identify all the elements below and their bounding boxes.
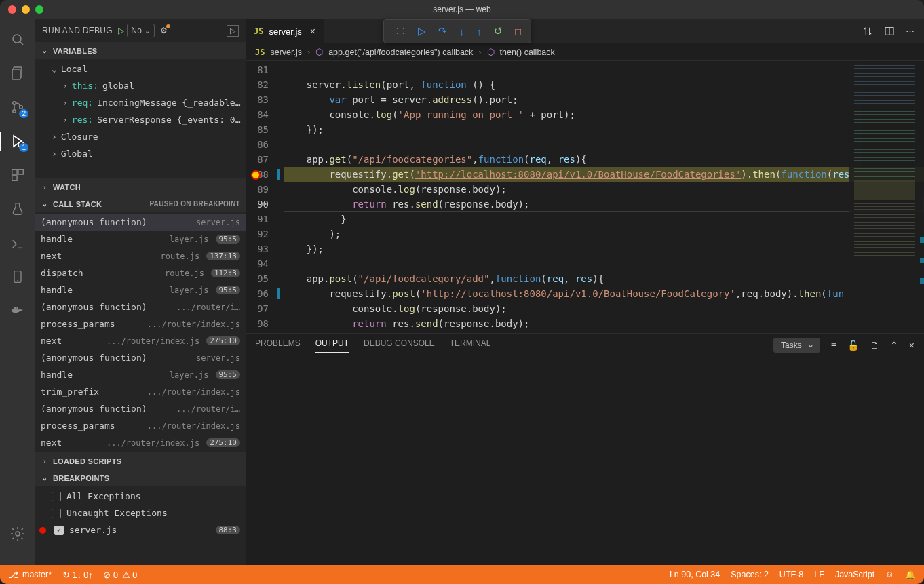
source-control-icon[interactable]: 2 xyxy=(8,98,27,117)
close-tab-icon[interactable]: × xyxy=(310,26,315,37)
debug-settings-icon[interactable]: ⚙ xyxy=(160,26,168,35)
minimize-window-icon[interactable] xyxy=(22,5,30,14)
callstack-frame[interactable]: process_params.../router/index.js xyxy=(35,417,246,434)
clear-output-icon[interactable]: 🗋 xyxy=(870,340,879,351)
code-editor[interactable]: 8182838485868788899091929394959697989910… xyxy=(246,61,924,333)
variables-section-header[interactable]: ⌄VARIABLES xyxy=(35,42,246,59)
docker-icon[interactable] xyxy=(8,301,27,320)
svg-rect-3 xyxy=(12,69,20,79)
compare-changes-icon[interactable] xyxy=(862,26,873,37)
chevron-down-icon: ⌄ xyxy=(41,473,49,482)
callstack-frame[interactable]: handlelayer.js95:5 xyxy=(35,366,246,383)
breakpoints-section-header[interactable]: ⌄BREAKPOINTS xyxy=(35,469,246,486)
scope-local[interactable]: ⌄Local xyxy=(35,60,246,77)
variable-item[interactable]: ›req: IncomingMessage {_readable… xyxy=(35,94,246,111)
feedback-icon[interactable]: ☺ xyxy=(885,570,894,579)
notifications-icon[interactable]: 🔔 xyxy=(905,570,916,580)
sync-status[interactable]: ↻ 1↓ 0↑ xyxy=(62,570,92,580)
editor-tab[interactable]: JS server.js × xyxy=(246,19,324,43)
debug-toolbar[interactable]: ⋮⋮ ▷ ↷ ↓ ↑ ↺ □ xyxy=(383,19,531,43)
variable-item[interactable]: ›res: ServerResponse {_events: 0… xyxy=(35,111,246,128)
chevron-down-icon: ⌄ xyxy=(41,199,49,208)
cursor-position[interactable]: Ln 90, Col 34 xyxy=(670,570,720,579)
callstack-section-header[interactable]: ⌄CALL STACKPAUSED ON BREAKPOINT xyxy=(35,195,246,212)
callstack-frame[interactable]: (anonymous function)server.js xyxy=(35,349,246,366)
checkbox-icon[interactable] xyxy=(52,492,61,501)
search-icon[interactable] xyxy=(8,30,27,49)
settings-gear-icon[interactable] xyxy=(8,524,27,543)
restart-icon[interactable]: ↺ xyxy=(494,25,503,37)
branch-icon: ⎇ xyxy=(8,570,18,580)
warnings-status[interactable]: ⚠ 0 xyxy=(122,570,137,580)
step-out-icon[interactable]: ↑ xyxy=(477,26,482,37)
indentation[interactable]: Spaces: 2 xyxy=(731,570,769,579)
variable-item[interactable]: ›this: global xyxy=(35,77,246,94)
step-over-icon[interactable]: ↷ xyxy=(438,25,447,37)
breadcrumbs[interactable]: JS server.js › ⬡ app.get("/api/foodcateg… xyxy=(246,43,924,61)
breakpoint-item[interactable]: ✓server.js88:3 xyxy=(35,522,246,539)
callstack-frame[interactable]: (anonymous function).../router/i… xyxy=(35,298,246,315)
encoding[interactable]: UTF-8 xyxy=(779,570,803,579)
more-actions-icon[interactable]: ⋯ xyxy=(906,26,915,37)
git-branch[interactable]: ⎇master* xyxy=(8,570,52,580)
maximize-window-icon[interactable] xyxy=(35,5,43,14)
extensions-icon[interactable] xyxy=(8,166,27,184)
drag-handle-icon[interactable]: ⋮⋮ xyxy=(393,27,406,36)
errors-status[interactable]: ⊘ 0 xyxy=(103,570,117,580)
debug-console-toggle-icon[interactable]: ▷ xyxy=(227,25,239,37)
callstack-frame[interactable]: (anonymous function)server.js xyxy=(35,214,246,231)
language-mode[interactable]: JavaScript xyxy=(835,570,874,579)
callstack-frame[interactable]: trim_prefix.../router/index.js xyxy=(35,383,246,400)
watch-section-header[interactable]: ›WATCH xyxy=(35,178,246,195)
close-panel-icon[interactable]: × xyxy=(909,340,915,351)
start-debug-button[interactable]: ▷ No⌄ xyxy=(118,24,155,37)
output-channel-select[interactable]: Tasks xyxy=(773,338,820,353)
unlock-icon[interactable]: 🔓 xyxy=(847,340,859,351)
close-window-icon[interactable] xyxy=(8,5,16,14)
remote-icon[interactable] xyxy=(8,233,27,252)
sidebar: RUN AND DEBUG ▷ No⌄ ⚙ ▷ ⌄VARIABLES ⌄Loca… xyxy=(35,19,246,565)
checkbox-checked-icon[interactable]: ✓ xyxy=(54,526,64,535)
collapse-panel-icon[interactable]: ⌃ xyxy=(890,340,898,351)
svg-point-6 xyxy=(20,106,22,109)
callstack-frame[interactable]: nextroute.js137:13 xyxy=(35,248,246,265)
eol[interactable]: LF xyxy=(814,570,824,579)
chevron-right-icon: › xyxy=(41,183,49,191)
breakpoint-dot-icon xyxy=(39,527,46,534)
step-into-icon[interactable]: ↓ xyxy=(459,26,465,37)
checkbox-icon[interactable] xyxy=(52,509,61,518)
callstack-frame[interactable]: dispatchroute.js112:3 xyxy=(35,265,246,281)
chevron-right-icon: › xyxy=(62,98,68,108)
callstack-frame[interactable]: process_params.../router/index.js xyxy=(35,315,246,332)
scope-closure[interactable]: ›Closure xyxy=(35,128,246,145)
device-icon[interactable] xyxy=(8,267,27,286)
explorer-icon[interactable] xyxy=(8,64,27,83)
tab-terminal[interactable]: TERMINAL xyxy=(450,338,491,352)
scope-global[interactable]: ›Global xyxy=(35,145,246,162)
continue-icon[interactable]: ▷ xyxy=(418,25,426,37)
stop-icon[interactable]: □ xyxy=(515,26,521,37)
method-icon: ⬡ xyxy=(487,47,495,57)
loaded-scripts-section-header[interactable]: ›LOADED SCRIPTS xyxy=(35,452,246,469)
tab-output[interactable]: OUTPUT xyxy=(315,338,349,353)
svg-point-22 xyxy=(16,532,20,536)
chevron-right-icon: › xyxy=(52,149,57,159)
callstack-frame[interactable]: next.../router/index.js275:10 xyxy=(35,332,246,349)
tab-debug-console[interactable]: DEBUG CONSOLE xyxy=(364,338,435,352)
breakpoint-all-exceptions[interactable]: All Exceptions xyxy=(35,488,246,505)
sidebar-header: RUN AND DEBUG ▷ No⌄ ⚙ ▷ xyxy=(35,19,246,42)
titlebar: server.js — web xyxy=(0,0,924,19)
breakpoint-uncaught-exceptions[interactable]: Uncaught Exceptions xyxy=(35,505,246,522)
callstack-frame[interactable]: handlelayer.js95:5 xyxy=(35,281,246,298)
filter-icon[interactable]: ≡ xyxy=(831,340,836,351)
minimap[interactable] xyxy=(849,61,924,333)
tab-problems[interactable]: PROBLEMS xyxy=(255,338,301,352)
callstack-frame[interactable]: (anonymous function).../router/i… xyxy=(35,400,246,417)
callstack-frame[interactable]: next.../router/index.js275:10 xyxy=(35,434,246,451)
chevron-right-icon: › xyxy=(52,132,57,142)
debug-config-select[interactable]: No⌄ xyxy=(127,24,154,37)
run-debug-icon[interactable]: 1 xyxy=(8,132,27,151)
testing-icon[interactable] xyxy=(8,199,27,218)
callstack-frame[interactable]: handlelayer.js95:5 xyxy=(35,231,246,248)
split-editor-icon[interactable] xyxy=(884,26,895,37)
